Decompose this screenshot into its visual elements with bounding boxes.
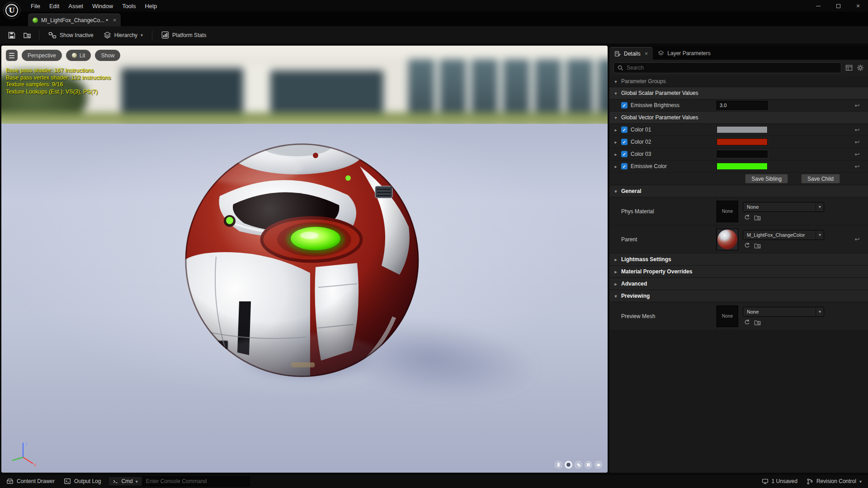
menu-window[interactable]: Window [88, 3, 118, 9]
reset-icon[interactable]: ↩ [846, 236, 868, 243]
toolbar-separator [39, 30, 39, 40]
browse-to-asset-button[interactable] [20, 28, 34, 42]
parameter-groups-header[interactable]: ▾ Parameter Groups [609, 76, 868, 87]
menu-asset[interactable]: Asset [64, 3, 88, 9]
search-input[interactable] [627, 65, 837, 71]
preview-shape-custom-mesh-button[interactable] [594, 461, 602, 469]
browse-to-asset-icon[interactable] [754, 214, 761, 221]
save-sibling-button[interactable]: Save Sibling [745, 174, 788, 183]
tab-close-icon[interactable]: × [113, 17, 117, 23]
tab-layer-parameters[interactable]: Layer Parameters [653, 47, 715, 60]
preview-mesh-label: Preview Mesh [621, 313, 655, 319]
preview-shape-plane-button[interactable] [575, 461, 582, 469]
main-area: Perspective Lit Show Base pass shader: 1… [0, 44, 868, 474]
reset-icon[interactable]: ↩ [846, 102, 868, 109]
advanced-header[interactable]: ▸ Advanced [609, 278, 868, 290]
lightmass-settings-header[interactable]: ▸ Lightmass Settings [609, 253, 868, 266]
minimize-button[interactable] [808, 0, 828, 12]
vector-parameters-category[interactable]: ▾ Global Vector Parameter Values [609, 112, 868, 124]
save-buttons-row: Save Sibling Save Child [609, 173, 868, 185]
display-filter-icon[interactable] [845, 64, 853, 71]
browse-to-asset-icon[interactable] [754, 319, 761, 326]
general-section-header[interactable]: ▾ General [609, 185, 868, 197]
color-01-swatch[interactable] [717, 126, 768, 133]
reset-icon[interactable]: ↩ [846, 127, 868, 133]
save-button[interactable] [5, 28, 19, 42]
browse-to-asset-icon[interactable] [754, 242, 761, 249]
console-command-input[interactable] [142, 476, 250, 486]
color-02-checkbox[interactable]: ✓ [621, 139, 627, 145]
lit-mode-button[interactable]: Lit [66, 50, 91, 61]
menu-tools[interactable]: Tools [118, 3, 140, 9]
tab-layer-parameters-label: Layer Parameters [667, 50, 710, 56]
content-drawer-button[interactable]: Content Drawer [2, 474, 59, 488]
preview-shape-buttons [555, 461, 602, 469]
cube-icon [587, 463, 590, 466]
preview-shape-sphere-button[interactable] [565, 461, 572, 469]
parent-dropdown[interactable]: M_LightFox_ChangeColor ▾ [743, 230, 824, 240]
use-selected-asset-icon[interactable] [743, 242, 750, 249]
sphere-icon [566, 463, 571, 467]
asset-tab-title: MI_LightFox_ChangeCo... • [41, 17, 108, 23]
unreal-logo-glyph: U [5, 4, 18, 17]
cmd-selector[interactable]: Cmd ▾ [108, 476, 142, 486]
emissive-brightness-checkbox[interactable]: ✓ [621, 102, 627, 108]
preview-shape-cylinder-button[interactable] [555, 461, 562, 469]
use-selected-asset-icon[interactable] [743, 319, 750, 326]
preview-mesh-thumbnail[interactable]: None [717, 305, 738, 327]
revision-control-button[interactable]: Revision Control ▾ [802, 474, 866, 488]
use-selected-asset-icon[interactable] [743, 214, 750, 221]
scalar-parameters-category[interactable]: ▾ Global Scalar Parameter Values [609, 87, 868, 99]
menu-help[interactable]: Help [140, 3, 161, 9]
emissive-color-checkbox[interactable]: ✓ [621, 163, 627, 169]
expander-icon[interactable]: ▸ [613, 164, 618, 169]
reset-icon[interactable]: ↩ [846, 139, 868, 145]
parent-thumbnail[interactable] [717, 229, 738, 250]
preview-shape-cube-button[interactable] [585, 461, 592, 469]
viewport-toolbar: Perspective Lit Show [6, 50, 120, 61]
save-child-button[interactable]: Save Child [801, 174, 840, 183]
previewing-section-header[interactable]: ▾ Previewing [609, 290, 868, 302]
expander-icon[interactable]: ▸ [613, 152, 618, 157]
hierarchy-button[interactable]: Hierarchy ▾ [99, 28, 147, 42]
expander-icon[interactable]: ▸ [613, 140, 618, 145]
reset-icon[interactable]: ↩ [846, 151, 868, 158]
menu-edit[interactable]: Edit [45, 3, 64, 9]
material-preview-viewport[interactable]: Perspective Lit Show Base pass shader: 1… [1, 46, 608, 473]
preview-mesh-dropdown[interactable]: None ▾ [743, 307, 824, 317]
platform-stats-button[interactable]: Platform Stats [157, 28, 211, 42]
chevron-down-icon: ▾ [859, 479, 862, 484]
color-01-row: ▸ ✓ Color 01 ↩ [609, 124, 868, 136]
material-property-overrides-header[interactable]: ▸ Material Property Overrides [609, 266, 868, 278]
reset-icon[interactable]: ↩ [846, 163, 868, 170]
chevron-down-icon: ▾ [816, 307, 824, 316]
tab-close-icon[interactable]: × [645, 50, 648, 57]
gear-icon[interactable] [857, 64, 864, 71]
emissive-color-swatch[interactable] [717, 163, 768, 170]
asset-tab-material-instance[interactable]: MI_LightFox_ChangeCo... • × [28, 14, 121, 26]
output-log-button[interactable]: Output Log [59, 474, 105, 488]
perspective-button[interactable]: Perspective [22, 50, 62, 61]
color-03-swatch[interactable] [717, 150, 768, 158]
search-box[interactable] [613, 62, 841, 73]
minimize-icon [816, 6, 821, 6]
show-menu-button[interactable]: Show [95, 50, 120, 61]
close-button[interactable]: × [848, 0, 868, 12]
phys-material-dropdown[interactable]: None ▾ [743, 202, 824, 212]
color-02-swatch[interactable] [717, 138, 768, 145]
phys-material-thumbnail[interactable]: None [717, 201, 738, 222]
emissive-brightness-input[interactable] [717, 101, 768, 110]
unsaved-assets-button[interactable]: 1 Unsaved [757, 474, 802, 488]
color-03-checkbox[interactable]: ✓ [621, 151, 627, 157]
expander-icon[interactable]: ▸ [613, 127, 618, 132]
menu-file[interactable]: File [26, 3, 45, 9]
tab-details[interactable]: Details × [609, 47, 653, 60]
stats-line: Texture samplers: 9/16 [6, 81, 111, 89]
show-inactive-button[interactable]: Show Inactive [44, 28, 98, 42]
color-01-checkbox[interactable]: ✓ [621, 127, 627, 133]
emissive-brightness-row: ✓ Emissive Brightness ↩ [609, 99, 868, 112]
maximize-button[interactable] [828, 0, 848, 12]
stats-line: Base pass shader: 167 instructions [6, 67, 111, 75]
viewport-options-button[interactable] [6, 50, 18, 61]
unreal-logo[interactable]: U [3, 2, 20, 19]
